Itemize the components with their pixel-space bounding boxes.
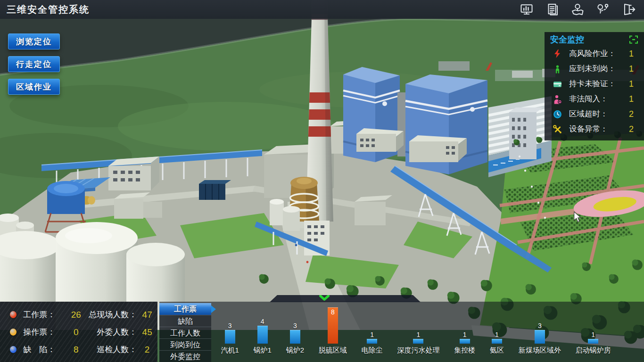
bar-label: 集控楼 — [454, 346, 475, 355]
bar-column: 3汽机1 — [221, 321, 239, 355]
bar-label: 新煤场区域外 — [519, 346, 561, 355]
bottom-panel-handle[interactable] — [270, 295, 421, 302]
tab-2[interactable]: 工作人数 — [159, 327, 211, 338]
bar-value: 4 — [261, 317, 264, 326]
bar-value: 1 — [495, 330, 499, 339]
stats-row: 工作票：26总现场人数：47 — [0, 306, 157, 323]
status-dot — [10, 329, 17, 336]
security-item-label: 持卡未验证： — [569, 79, 623, 89]
bar-label: 氨区 — [490, 346, 504, 355]
bar[interactable] — [257, 326, 268, 344]
tab-3[interactable]: 到岗到位 — [159, 338, 211, 350]
security-item-value: 1 — [623, 64, 639, 74]
intruder-icon — [551, 94, 563, 104]
security-item[interactable]: 设备异常：2 — [545, 122, 644, 137]
stat-value: 2 — [137, 345, 157, 355]
nav-button-1[interactable]: 行走定位 — [8, 56, 60, 72]
bar-label: 启动锅炉房 — [576, 346, 611, 355]
security-item[interactable]: 高风险作业：1 — [545, 46, 644, 61]
dashboard-monitor-icon[interactable] — [519, 2, 535, 16]
route-track-icon[interactable] — [595, 2, 611, 16]
security-item[interactable]: 非法闯入：1 — [545, 91, 644, 107]
tab-4[interactable]: 外委监控 — [159, 350, 211, 362]
bar-column: 8脱硫区域 — [319, 299, 347, 355]
bar-column: 1启动锅炉房 — [576, 330, 611, 355]
bar-column: 1氨区 — [490, 330, 504, 355]
area-bar-chart: 3汽机14锅炉13锅炉28脱硫区域1电除尘1深度污水处理1集控楼1氨区3新煤场区… — [214, 302, 618, 362]
bar-value: 1 — [370, 330, 374, 339]
bar-value: 3 — [538, 321, 542, 330]
app-title: 三维安全管控系统 — [0, 3, 90, 16]
top-bar-icons — [509, 2, 644, 16]
bar-column: 3锅炉2 — [286, 321, 304, 355]
stats-row: 缺 陷：8巡检人数：2 — [0, 341, 157, 358]
status-dot — [10, 311, 17, 318]
security-item-label: 非法闯入： — [569, 94, 623, 104]
tab-1[interactable]: 缺陷 — [159, 315, 211, 327]
stat-label: 缺 陷： — [23, 344, 65, 355]
stat-value: 0 — [65, 327, 87, 337]
tools-icon — [551, 124, 563, 134]
security-items: 高风险作业：1应到未到岗：1持卡未验证：1非法闯入：1区域超时：2设备异常：2 — [545, 46, 644, 137]
bar[interactable] — [460, 339, 470, 344]
bar[interactable] — [492, 339, 502, 344]
bar[interactable] — [413, 339, 423, 344]
stat-value: 45 — [137, 327, 157, 337]
security-item[interactable]: 应到未到岗：1 — [545, 61, 644, 76]
tab-0[interactable]: 工作票 — [159, 303, 211, 315]
report-document-icon[interactable] — [544, 2, 560, 16]
bar-label: 锅炉2 — [286, 346, 304, 355]
bar[interactable]: 8 — [328, 307, 338, 344]
stat-label: 工作票： — [23, 309, 65, 320]
scan-brackets-icon[interactable] — [628, 34, 639, 45]
security-item-value: 1 — [623, 49, 639, 59]
security-panel-header: 安全监控 — [545, 32, 644, 46]
app-root: 三维安全管控系统 浏览定位行走定位区域作业 安全监控 — [0, 0, 644, 362]
nav-button-2[interactable]: 区域作业 — [8, 79, 60, 95]
bar-value: 3 — [293, 321, 297, 330]
bar[interactable] — [535, 330, 545, 344]
security-panel: 安全监控 高风险作业：1应到未到岗：1持卡未验证：1非法闯入：1区域超时：2设备… — [545, 32, 644, 140]
bar[interactable] — [588, 339, 598, 344]
security-item[interactable]: 区域超时：2 — [545, 107, 644, 122]
logout-icon[interactable] — [620, 2, 636, 16]
bar-column: 1深度污水处理 — [397, 330, 439, 355]
security-item-label: 设备异常： — [569, 124, 623, 134]
clock-icon — [551, 109, 563, 119]
nav-button-0[interactable]: 浏览定位 — [8, 33, 60, 49]
bar[interactable] — [367, 339, 377, 344]
bar-value: 3 — [228, 321, 232, 330]
stat-value: 47 — [137, 310, 157, 320]
stats-panel: 工作票：26总现场人数：47操作票：0外委人数：45缺 陷：8巡检人数：2 — [0, 302, 157, 362]
security-item-label: 应到未到岗： — [569, 64, 623, 74]
bar-label: 汽机1 — [221, 346, 239, 355]
bar-label: 脱硫区域 — [319, 346, 347, 355]
bottom-panel: 工作票缺陷工作人数到岗到位外委监控 3汽机14锅炉13锅炉28脱硫区域1电除尘1… — [159, 302, 644, 362]
bottom-tab-menu: 工作票缺陷工作人数到岗到位外委监控 — [159, 303, 211, 362]
lightning-icon — [551, 49, 563, 58]
bar-label: 电除尘 — [362, 346, 383, 355]
security-item-value: 2 — [623, 109, 639, 119]
bar[interactable] — [290, 330, 300, 344]
security-item-value: 1 — [623, 94, 639, 104]
stat-label: 外委人数： — [87, 327, 137, 337]
bar-column: 1电除尘 — [362, 330, 383, 355]
bar-label: 深度污水处理 — [397, 346, 439, 355]
bar-value: 1 — [417, 330, 421, 339]
stat-label: 操作票： — [23, 327, 65, 337]
security-item-label: 区域超时： — [569, 109, 623, 119]
bar-column: 1集控楼 — [454, 330, 475, 355]
bar-value: 1 — [591, 330, 595, 339]
bar-column: 4锅炉1 — [254, 317, 272, 355]
security-panel-title: 安全监控 — [550, 34, 628, 45]
bar-label: 锅炉1 — [254, 346, 272, 355]
security-item[interactable]: 持卡未验证：1 — [545, 76, 644, 91]
security-item-label: 高风险作业： — [569, 49, 623, 59]
bar-column: 3新煤场区域外 — [519, 321, 561, 355]
security-item-value: 1 — [623, 79, 639, 89]
person-icon — [551, 65, 563, 74]
stat-value: 26 — [65, 310, 87, 320]
map-location-icon[interactable] — [570, 2, 586, 16]
bar[interactable] — [225, 330, 235, 344]
stat-label: 巡检人数： — [87, 344, 137, 355]
